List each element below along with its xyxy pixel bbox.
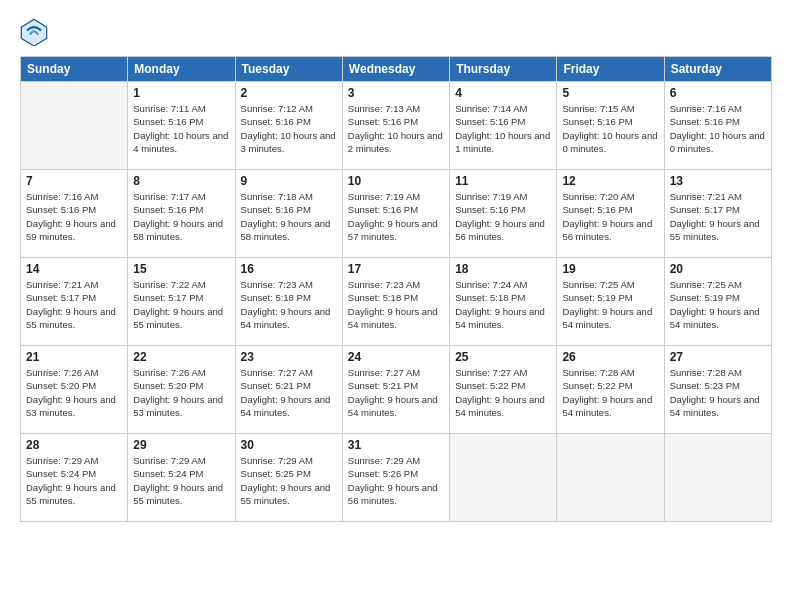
calendar-cell: 20Sunrise: 7:25 AMSunset: 5:19 PMDayligh… — [664, 258, 771, 346]
day-number: 7 — [26, 174, 122, 188]
calendar-cell: 25Sunrise: 7:27 AMSunset: 5:22 PMDayligh… — [450, 346, 557, 434]
day-header: Tuesday — [235, 57, 342, 82]
calendar-cell: 10Sunrise: 7:19 AMSunset: 5:16 PMDayligh… — [342, 170, 449, 258]
calendar-cell: 30Sunrise: 7:29 AMSunset: 5:25 PMDayligh… — [235, 434, 342, 522]
calendar-cell: 8Sunrise: 7:17 AMSunset: 5:16 PMDaylight… — [128, 170, 235, 258]
calendar-cell: 18Sunrise: 7:24 AMSunset: 5:18 PMDayligh… — [450, 258, 557, 346]
calendar-cell: 3Sunrise: 7:13 AMSunset: 5:16 PMDaylight… — [342, 82, 449, 170]
cell-info: Sunrise: 7:25 AMSunset: 5:19 PMDaylight:… — [562, 278, 658, 331]
day-number: 23 — [241, 350, 337, 364]
cell-info: Sunrise: 7:29 AMSunset: 5:25 PMDaylight:… — [241, 454, 337, 507]
day-number: 3 — [348, 86, 444, 100]
calendar-week-row: 21Sunrise: 7:26 AMSunset: 5:20 PMDayligh… — [21, 346, 772, 434]
calendar-body: 1Sunrise: 7:11 AMSunset: 5:16 PMDaylight… — [21, 82, 772, 522]
calendar-header-row: SundayMondayTuesdayWednesdayThursdayFrid… — [21, 57, 772, 82]
day-number: 2 — [241, 86, 337, 100]
cell-info: Sunrise: 7:19 AMSunset: 5:16 PMDaylight:… — [455, 190, 551, 243]
cell-info: Sunrise: 7:28 AMSunset: 5:22 PMDaylight:… — [562, 366, 658, 419]
cell-info: Sunrise: 7:13 AMSunset: 5:16 PMDaylight:… — [348, 102, 444, 155]
calendar-cell: 14Sunrise: 7:21 AMSunset: 5:17 PMDayligh… — [21, 258, 128, 346]
calendar-cell: 9Sunrise: 7:18 AMSunset: 5:16 PMDaylight… — [235, 170, 342, 258]
day-number: 6 — [670, 86, 766, 100]
day-number: 30 — [241, 438, 337, 452]
day-number: 25 — [455, 350, 551, 364]
cell-info: Sunrise: 7:29 AMSunset: 5:24 PMDaylight:… — [26, 454, 122, 507]
day-number: 29 — [133, 438, 229, 452]
cell-info: Sunrise: 7:17 AMSunset: 5:16 PMDaylight:… — [133, 190, 229, 243]
cell-info: Sunrise: 7:29 AMSunset: 5:26 PMDaylight:… — [348, 454, 444, 507]
calendar-week-row: 14Sunrise: 7:21 AMSunset: 5:17 PMDayligh… — [21, 258, 772, 346]
calendar-cell: 26Sunrise: 7:28 AMSunset: 5:22 PMDayligh… — [557, 346, 664, 434]
cell-info: Sunrise: 7:11 AMSunset: 5:16 PMDaylight:… — [133, 102, 229, 155]
day-number: 11 — [455, 174, 551, 188]
calendar-cell: 1Sunrise: 7:11 AMSunset: 5:16 PMDaylight… — [128, 82, 235, 170]
day-number: 17 — [348, 262, 444, 276]
calendar-cell — [557, 434, 664, 522]
calendar-cell: 22Sunrise: 7:26 AMSunset: 5:20 PMDayligh… — [128, 346, 235, 434]
day-header: Saturday — [664, 57, 771, 82]
cell-info: Sunrise: 7:12 AMSunset: 5:16 PMDaylight:… — [241, 102, 337, 155]
day-number: 8 — [133, 174, 229, 188]
cell-info: Sunrise: 7:28 AMSunset: 5:23 PMDaylight:… — [670, 366, 766, 419]
cell-info: Sunrise: 7:21 AMSunset: 5:17 PMDaylight:… — [670, 190, 766, 243]
cell-info: Sunrise: 7:23 AMSunset: 5:18 PMDaylight:… — [241, 278, 337, 331]
calendar-cell: 24Sunrise: 7:27 AMSunset: 5:21 PMDayligh… — [342, 346, 449, 434]
page: SundayMondayTuesdayWednesdayThursdayFrid… — [0, 0, 792, 612]
day-number: 4 — [455, 86, 551, 100]
day-number: 9 — [241, 174, 337, 188]
calendar-week-row: 7Sunrise: 7:16 AMSunset: 5:16 PMDaylight… — [21, 170, 772, 258]
day-number: 20 — [670, 262, 766, 276]
cell-info: Sunrise: 7:14 AMSunset: 5:16 PMDaylight:… — [455, 102, 551, 155]
day-header: Friday — [557, 57, 664, 82]
cell-info: Sunrise: 7:27 AMSunset: 5:22 PMDaylight:… — [455, 366, 551, 419]
day-number: 24 — [348, 350, 444, 364]
day-header: Monday — [128, 57, 235, 82]
cell-info: Sunrise: 7:21 AMSunset: 5:17 PMDaylight:… — [26, 278, 122, 331]
calendar-cell: 2Sunrise: 7:12 AMSunset: 5:16 PMDaylight… — [235, 82, 342, 170]
day-number: 5 — [562, 86, 658, 100]
calendar-cell: 13Sunrise: 7:21 AMSunset: 5:17 PMDayligh… — [664, 170, 771, 258]
calendar-cell: 15Sunrise: 7:22 AMSunset: 5:17 PMDayligh… — [128, 258, 235, 346]
day-number: 19 — [562, 262, 658, 276]
calendar-cell: 21Sunrise: 7:26 AMSunset: 5:20 PMDayligh… — [21, 346, 128, 434]
calendar-table: SundayMondayTuesdayWednesdayThursdayFrid… — [20, 56, 772, 522]
day-number: 13 — [670, 174, 766, 188]
day-header: Wednesday — [342, 57, 449, 82]
day-number: 28 — [26, 438, 122, 452]
calendar-week-row: 28Sunrise: 7:29 AMSunset: 5:24 PMDayligh… — [21, 434, 772, 522]
day-header: Thursday — [450, 57, 557, 82]
cell-info: Sunrise: 7:26 AMSunset: 5:20 PMDaylight:… — [26, 366, 122, 419]
cell-info: Sunrise: 7:27 AMSunset: 5:21 PMDaylight:… — [348, 366, 444, 419]
calendar-cell: 11Sunrise: 7:19 AMSunset: 5:16 PMDayligh… — [450, 170, 557, 258]
calendar-cell: 17Sunrise: 7:23 AMSunset: 5:18 PMDayligh… — [342, 258, 449, 346]
cell-info: Sunrise: 7:24 AMSunset: 5:18 PMDaylight:… — [455, 278, 551, 331]
day-number: 22 — [133, 350, 229, 364]
day-number: 26 — [562, 350, 658, 364]
cell-info: Sunrise: 7:15 AMSunset: 5:16 PMDaylight:… — [562, 102, 658, 155]
logo — [20, 18, 52, 46]
day-number: 12 — [562, 174, 658, 188]
calendar-cell: 16Sunrise: 7:23 AMSunset: 5:18 PMDayligh… — [235, 258, 342, 346]
day-number: 1 — [133, 86, 229, 100]
calendar-cell: 19Sunrise: 7:25 AMSunset: 5:19 PMDayligh… — [557, 258, 664, 346]
cell-info: Sunrise: 7:23 AMSunset: 5:18 PMDaylight:… — [348, 278, 444, 331]
cell-info: Sunrise: 7:26 AMSunset: 5:20 PMDaylight:… — [133, 366, 229, 419]
cell-info: Sunrise: 7:16 AMSunset: 5:16 PMDaylight:… — [670, 102, 766, 155]
day-number: 18 — [455, 262, 551, 276]
day-header: Sunday — [21, 57, 128, 82]
calendar-cell: 28Sunrise: 7:29 AMSunset: 5:24 PMDayligh… — [21, 434, 128, 522]
cell-info: Sunrise: 7:20 AMSunset: 5:16 PMDaylight:… — [562, 190, 658, 243]
calendar-cell — [664, 434, 771, 522]
calendar-cell: 6Sunrise: 7:16 AMSunset: 5:16 PMDaylight… — [664, 82, 771, 170]
day-number: 15 — [133, 262, 229, 276]
cell-info: Sunrise: 7:19 AMSunset: 5:16 PMDaylight:… — [348, 190, 444, 243]
cell-info: Sunrise: 7:18 AMSunset: 5:16 PMDaylight:… — [241, 190, 337, 243]
calendar-cell: 12Sunrise: 7:20 AMSunset: 5:16 PMDayligh… — [557, 170, 664, 258]
day-number: 27 — [670, 350, 766, 364]
day-number: 14 — [26, 262, 122, 276]
cell-info: Sunrise: 7:22 AMSunset: 5:17 PMDaylight:… — [133, 278, 229, 331]
cell-info: Sunrise: 7:27 AMSunset: 5:21 PMDaylight:… — [241, 366, 337, 419]
calendar-cell: 7Sunrise: 7:16 AMSunset: 5:16 PMDaylight… — [21, 170, 128, 258]
calendar-cell: 27Sunrise: 7:28 AMSunset: 5:23 PMDayligh… — [664, 346, 771, 434]
header — [20, 18, 772, 46]
